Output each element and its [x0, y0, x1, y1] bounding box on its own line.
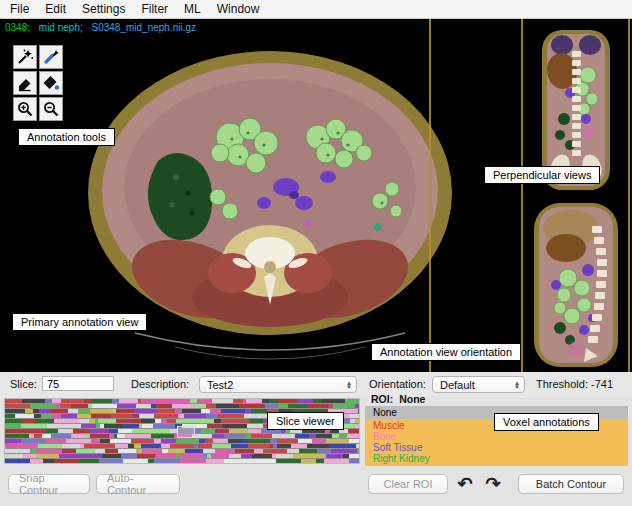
brush-tool-button[interactable] — [39, 45, 63, 69]
zoom-out-tool-button[interactable] — [39, 97, 63, 121]
batch-contour-button[interactable]: Batch Contour — [518, 474, 624, 494]
fill-tool-button[interactable] — [39, 71, 63, 95]
brush-icon — [42, 48, 60, 66]
app-window: FileEditSettingsFilterMLWindow 0348; mid… — [0, 0, 632, 506]
slice-input[interactable] — [42, 376, 114, 391]
callout-primary-view: Primary annotation view — [12, 313, 147, 331]
zoom-out-icon — [42, 100, 60, 118]
chevron-up-down-icon: ▲▼ — [514, 381, 520, 389]
chevron-up-down-icon: ▲▼ — [346, 381, 352, 389]
case-tag: mid neph; — [39, 22, 83, 33]
clear-roi-button[interactable]: Clear ROI — [368, 474, 448, 494]
callout-perpendicular-views: Perpendicular views — [484, 166, 600, 184]
case-id: 0348; — [5, 22, 30, 33]
description-label: Description: — [131, 378, 189, 390]
menu-item-edit[interactable]: Edit — [45, 2, 66, 16]
menu-item-ml[interactable]: ML — [184, 2, 201, 16]
roi-item-bone[interactable]: Bone — [365, 431, 628, 442]
magic-wand-icon — [16, 48, 34, 66]
zoom-in-icon — [16, 100, 34, 118]
threshold-label-text: Threshold: — [536, 378, 588, 390]
slice-viewer[interactable] — [4, 398, 360, 464]
description-select[interactable]: Test2 ▲▼ — [199, 376, 357, 393]
menu-item-filter[interactable]: Filter — [141, 2, 168, 16]
roi-item-right-kidney[interactable]: Right Kidney — [365, 453, 628, 464]
description-select-value: Test2 — [207, 379, 341, 391]
undo-button[interactable]: ↶ — [452, 471, 478, 497]
auto-contour-button[interactable]: Auto-Contour — [96, 474, 180, 494]
redo-icon: ↷ — [485, 473, 500, 495]
snap-contour-button[interactable]: Snap Contour — [8, 474, 90, 494]
callout-view-orientation: Annotation view orientation — [371, 343, 521, 361]
roi-item-soft-tissue[interactable]: Soft Tissue — [365, 442, 628, 453]
orientation-select[interactable]: Default ▲▼ — [432, 376, 525, 393]
eraser-tool-button[interactable] — [13, 71, 37, 95]
fill-bucket-icon — [42, 74, 60, 92]
filename: S0348_mid_neph.nii.gz — [92, 22, 197, 33]
roi-header: ROI: None — [365, 392, 628, 406]
roi-header-label: ROI: — [371, 393, 393, 405]
callout-annotation-tools: Annotation tools — [18, 128, 115, 146]
undo-icon: ↶ — [457, 473, 472, 495]
eraser-icon — [16, 74, 34, 92]
menubar: FileEditSettingsFilterMLWindow — [0, 0, 632, 19]
callout-voxel-annotations: Voxel annotations — [494, 413, 599, 431]
roi-current-value: None — [399, 393, 425, 405]
callout-slice-viewer: Slice viewer — [267, 412, 344, 430]
zoom-in-tool-button[interactable] — [13, 97, 37, 121]
threshold-value: -741 — [591, 378, 613, 390]
menu-item-settings[interactable]: Settings — [82, 2, 125, 16]
status-line: 0348; mid neph; S0348_mid_neph.nii.gz — [5, 22, 196, 33]
redo-button[interactable]: ↷ — [480, 471, 506, 497]
orientation-label: Orientation: — [369, 378, 426, 390]
annotation-toolbox — [13, 45, 63, 121]
orientation-select-value: Default — [440, 379, 509, 391]
divider-line-left — [429, 19, 431, 372]
threshold-label: Threshold: -741 — [536, 378, 613, 390]
divider-line-right — [628, 19, 630, 372]
divider-line-mid — [521, 19, 523, 372]
sagittal-view[interactable] — [526, 200, 626, 370]
slice-marker[interactable] — [177, 426, 195, 438]
slice-label: Slice: — [10, 378, 37, 390]
menu-item-window[interactable]: Window — [217, 2, 260, 16]
menu-item-file[interactable]: File — [10, 2, 29, 16]
magic-wand-tool-button[interactable] — [13, 45, 37, 69]
